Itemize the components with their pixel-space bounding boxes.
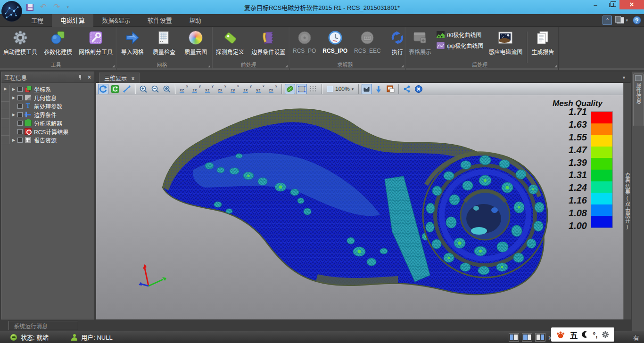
parametric-modeling-button[interactable]: 参数化建模	[41, 29, 75, 57]
launch-modeling-button[interactable]: 启动建模工具	[0, 29, 41, 57]
group-expand-icon[interactable]	[401, 65, 404, 67]
view-xz2-icon[interactable]: yxz	[204, 84, 215, 94]
checkbox[interactable]	[17, 87, 23, 92]
wrench-icon	[88, 30, 104, 46]
zoom-level-combo[interactable]: 100% ▾	[325, 84, 355, 94]
generate-report-button[interactable]: 生成报告	[528, 29, 557, 57]
tree-item-rcs-results[interactable]: RCS计算结果	[1, 127, 94, 136]
zoom-out-icon[interactable]	[150, 84, 160, 94]
ime-gear-icon[interactable]	[602, 331, 609, 338]
zoom-in-icon[interactable]	[138, 84, 149, 94]
checkbox[interactable]	[17, 129, 23, 134]
tree-item-boundary[interactable]: ▶ 边界条件	[1, 110, 94, 119]
view-zx3-icon[interactable]: yzx	[242, 84, 253, 94]
tab-3d-display[interactable]: 三维显示 x	[99, 73, 140, 83]
ime-moon-icon[interactable]	[582, 331, 588, 338]
theta-polar-curve-button[interactable]: θθ极化曲线图	[437, 31, 483, 39]
status-text: 状态: 就绪	[21, 333, 49, 342]
induction-current-map-button[interactable]: 感应电磁流图	[485, 29, 526, 57]
geometry-icon	[25, 94, 32, 101]
checkbox[interactable]	[17, 95, 23, 100]
tab-settings[interactable]: 软件设置	[139, 14, 181, 27]
tab-data-display[interactable]: 数据&显示	[93, 14, 139, 27]
quality-cloud-button[interactable]: 质量云图	[181, 29, 210, 57]
fit-view-icon[interactable]	[362, 84, 372, 94]
grid-dots-icon[interactable]	[308, 84, 319, 94]
tab-em-compute[interactable]: 电磁计算	[52, 14, 93, 27]
down-arrow-icon[interactable]	[373, 84, 384, 94]
window-layout-icon[interactable]	[617, 17, 624, 24]
mesh-partition-button[interactable]: 网格剖分工具	[75, 29, 116, 57]
zoom-dropdown-icon[interactable]: ▾	[352, 87, 354, 91]
properties-collapsed-tab[interactable]: 属性信息	[633, 74, 644, 126]
rcs-ipo-button[interactable]: RCS_IPO	[319, 29, 351, 55]
ime-paw-icon[interactable]	[556, 330, 565, 339]
tag-icon	[222, 30, 238, 46]
checkbox[interactable]	[17, 121, 23, 126]
help-icon[interactable]: ?	[633, 16, 641, 24]
tab-list-dropdown-icon[interactable]: ▼	[622, 75, 626, 80]
tab-project[interactable]: 工程	[23, 14, 52, 27]
tree-item-coordinate[interactable]: ▶ ▶ 坐标系	[1, 85, 94, 93]
group-label-mesh: 网格	[116, 60, 212, 69]
tree-item-solver[interactable]: 分析求解器	[1, 119, 94, 127]
tab-help[interactable]: 帮助	[181, 14, 210, 27]
shaded-leaf-icon[interactable]	[285, 84, 295, 94]
layout-split-icon[interactable]	[522, 333, 532, 342]
view-yz-icon[interactable]: xyz	[255, 84, 266, 94]
group-expand-icon[interactable]	[554, 65, 557, 67]
checkbox[interactable]	[17, 138, 23, 143]
results-collapsed-tab[interactable]: 查看结果(双击展开)	[623, 83, 631, 319]
axis-triad	[139, 264, 166, 286]
view-zx-icon[interactable]: yzx	[191, 84, 202, 94]
project-tree: ▶ ▶ 坐标系 ▶ 几何信息 T 前处理参数 ▶ 边界条件 分析求解器	[1, 83, 94, 144]
rcs-eec-button[interactable]: RCS_EEC	[351, 29, 384, 55]
view-xz-icon[interactable]: yxz	[178, 84, 190, 94]
layout-right-panel-icon[interactable]	[535, 333, 545, 342]
tree-item-geometry[interactable]: ▶ 几何信息	[1, 93, 94, 102]
view-zx2-icon[interactable]: yzx	[216, 84, 228, 94]
group-label-postprocess: 后处理	[405, 60, 559, 69]
tree-item-preprocess[interactable]: T 前处理参数	[1, 102, 94, 110]
checkbox[interactable]	[17, 104, 23, 109]
ime-toolbar[interactable]: 五 °,	[551, 327, 614, 342]
tree-item-report-resource[interactable]: ▶ 报告资源	[1, 136, 94, 144]
view-zy-icon[interactable]: xzy	[229, 84, 240, 94]
collapse-ribbon-icon[interactable]: ^	[603, 16, 612, 25]
cancel-icon[interactable]	[413, 84, 424, 94]
checkbox[interactable]	[17, 112, 23, 117]
zoom-fit-icon[interactable]	[162, 84, 172, 94]
panel-close-icon[interactable]: ×	[88, 74, 91, 81]
group-label-preprocess: 前处理	[212, 60, 289, 69]
group-expand-icon[interactable]	[208, 65, 210, 67]
window-layout-dropdown-icon[interactable]: ▾	[626, 18, 628, 23]
plane-select-icon[interactable]	[297, 84, 307, 94]
system-messages-tab[interactable]: 系统运行消息	[8, 321, 78, 330]
report-icon	[535, 30, 551, 46]
rcs-po-button[interactable]: RCS_PO	[289, 29, 319, 55]
spin-icon[interactable]	[110, 84, 120, 94]
close-button[interactable]: ×	[619, 0, 644, 9]
group-expand-icon[interactable]	[112, 65, 115, 67]
table-show-button[interactable]: 表格展示	[405, 29, 435, 57]
group-expand-icon[interactable]	[285, 65, 288, 67]
viewport-3d[interactable]: Mesh Quality 1.71 1.63 1.55 1.47 1.39 1.…	[96, 95, 623, 319]
preprocess-params-icon: T	[25, 103, 32, 109]
layers-window-icon[interactable]	[385, 84, 396, 94]
tab-close-icon[interactable]: x	[132, 75, 134, 81]
ime-lang-label[interactable]: 五	[570, 329, 578, 341]
view-iso-icon[interactable]: yzx	[267, 84, 279, 94]
share-icon[interactable]	[402, 84, 412, 94]
quality-check-button[interactable]: 质量检查	[149, 29, 179, 57]
minimize-button[interactable]: –	[587, 0, 603, 9]
ime-punct-label[interactable]: °,	[593, 331, 597, 339]
psi-polar-curve-button[interactable]: ψψ极化曲线图	[437, 41, 483, 49]
restore-button[interactable]	[603, 0, 619, 9]
orbit-rotate-icon[interactable]	[98, 84, 108, 94]
boundary-settings-button[interactable]: 边界条件设置	[248, 29, 289, 57]
probe-angle-button[interactable]: 探测角定义	[213, 29, 248, 57]
pin-icon[interactable]	[77, 74, 83, 80]
import-mesh-button[interactable]: 导入网格	[118, 29, 147, 57]
pan-icon[interactable]	[122, 84, 132, 94]
layout-left-panel-icon[interactable]	[509, 333, 519, 342]
